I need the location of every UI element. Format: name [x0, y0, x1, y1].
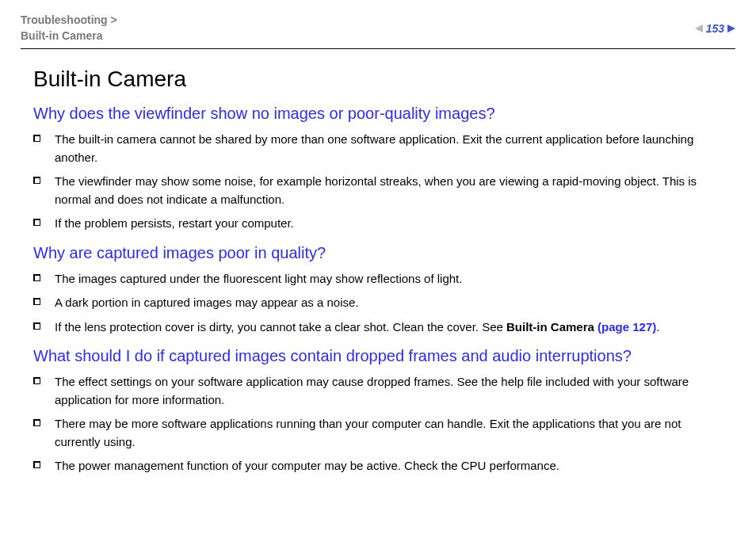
list-item-text: If the problem persists, restart your co…	[55, 215, 723, 233]
list-item: A dark portion in captured images may ap…	[33, 294, 723, 312]
bold-reference: Built-in Camera	[506, 320, 598, 334]
text-fragment: If the lens protection cover is dirty, y…	[55, 320, 506, 334]
question-heading: Why are captured images poor in quality?	[33, 244, 723, 262]
page-content: Built-in Camera Why does the viewfinder …	[21, 67, 735, 475]
list-item-text: The effect settings on your software app…	[55, 373, 723, 409]
text-fragment: .	[656, 320, 659, 334]
list-item: There may be more software applications …	[33, 415, 723, 451]
page-number-nav: 153	[695, 22, 735, 35]
square-bullet-icon	[33, 461, 40, 468]
document-page: Troubleshooting > Built-in Camera 153 Bu…	[0, 0, 756, 502]
list-item-text: The built-in camera cannot be shared by …	[55, 131, 723, 166]
list-item-text: A dark portion in captured images may ap…	[55, 294, 723, 312]
list-item: The built-in camera cannot be shared by …	[33, 131, 723, 166]
square-bullet-icon	[33, 298, 40, 305]
page-header: Troubleshooting > Built-in Camera 153	[21, 13, 735, 49]
bullet-list: The images captured under the fluorescen…	[33, 270, 723, 337]
prev-page-arrow-icon[interactable]	[695, 25, 703, 32]
breadcrumb: Troubleshooting > Built-in Camera	[21, 13, 117, 44]
list-item: If the lens protection cover is dirty, y…	[33, 318, 723, 337]
list-item-text: The power management function of your co…	[55, 457, 723, 475]
bullet-list: The effect settings on your software app…	[33, 373, 723, 475]
bullet-list: The built-in camera cannot be shared by …	[33, 131, 723, 233]
square-bullet-icon	[33, 219, 40, 226]
list-item-text: There may be more software applications …	[55, 415, 723, 451]
page-reference-link[interactable]: (page 127)	[598, 320, 656, 334]
page-number: 153	[704, 22, 726, 35]
list-item: The effect settings on your software app…	[33, 373, 723, 409]
breadcrumb-section[interactable]: Troubleshooting	[21, 13, 108, 26]
square-bullet-icon	[33, 177, 40, 184]
list-item: If the problem persists, restart your co…	[33, 215, 723, 233]
next-page-arrow-icon[interactable]	[727, 25, 735, 32]
breadcrumb-current: Built-in Camera	[21, 29, 102, 42]
page-title: Built-in Camera	[33, 67, 723, 92]
list-item: The images captured under the fluorescen…	[33, 270, 723, 288]
list-item-text: If the lens protection cover is dirty, y…	[55, 318, 723, 337]
breadcrumb-sep: >	[108, 13, 117, 26]
list-item-text: The images captured under the fluorescen…	[55, 270, 723, 288]
question-heading: What should I do if captured images cont…	[33, 347, 723, 365]
square-bullet-icon	[33, 274, 40, 281]
square-bullet-icon	[33, 322, 40, 330]
list-item: The power management function of your co…	[33, 457, 723, 475]
square-bullet-icon	[33, 419, 40, 426]
question-heading: Why does the viewfinder show no images o…	[33, 105, 723, 123]
square-bullet-icon	[33, 135, 40, 142]
list-item-text: The viewfinder may show some noise, for …	[55, 173, 723, 208]
list-item: The viewfinder may show some noise, for …	[33, 173, 723, 208]
square-bullet-icon	[33, 377, 40, 384]
